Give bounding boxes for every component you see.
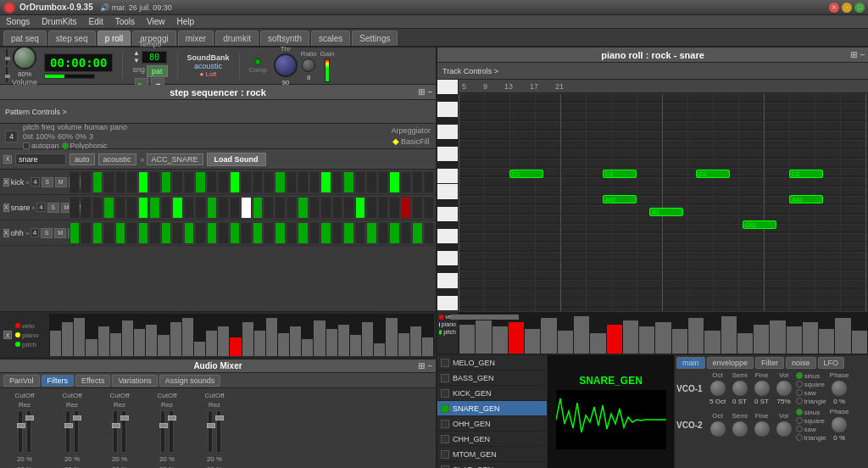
step[interactable] bbox=[184, 197, 194, 219]
key-a3[interactable] bbox=[437, 125, 458, 140]
step[interactable] bbox=[309, 171, 320, 193]
vel-bar[interactable] bbox=[290, 326, 301, 356]
load-sound-button[interactable]: Load Sound bbox=[207, 153, 266, 166]
rez-fader-5[interactable] bbox=[216, 410, 221, 453]
step[interactable] bbox=[218, 222, 228, 244]
step[interactable] bbox=[253, 171, 263, 193]
step[interactable] bbox=[401, 222, 411, 244]
mixer-tab-effects[interactable]: Effects bbox=[75, 375, 110, 387]
step[interactable] bbox=[81, 222, 91, 244]
step[interactable] bbox=[264, 171, 274, 193]
volume-slider[interactable] bbox=[5, 48, 8, 65]
wave-square[interactable]: square bbox=[796, 381, 826, 388]
step[interactable] bbox=[81, 197, 91, 219]
step[interactable] bbox=[412, 197, 422, 219]
mixer-tab-assign[interactable]: Assign sounds bbox=[159, 375, 221, 387]
step[interactable] bbox=[149, 197, 159, 219]
kick-x-btn[interactable]: X bbox=[3, 178, 9, 187]
step[interactable] bbox=[207, 171, 217, 193]
roll-note[interactable]: A#2 bbox=[603, 195, 637, 203]
vel-bar[interactable] bbox=[146, 325, 157, 357]
step[interactable] bbox=[275, 222, 285, 244]
roll-vel-bar[interactable] bbox=[558, 331, 573, 354]
fine-knob[interactable] bbox=[754, 380, 771, 397]
key-gs3[interactable] bbox=[437, 140, 458, 147]
roll-note[interactable]: G#2 bbox=[743, 220, 776, 229]
roll-vel-bar[interactable] bbox=[737, 333, 753, 354]
maximize-button[interactable]: □ bbox=[854, 3, 865, 13]
mixer-tab-filters[interactable]: Filters bbox=[42, 375, 75, 387]
cutoff-fader-2[interactable] bbox=[65, 410, 70, 453]
step[interactable] bbox=[424, 197, 434, 219]
key-c3[interactable] bbox=[437, 229, 458, 244]
tab-mixer[interactable]: mixer bbox=[178, 31, 214, 46]
synth-mtom[interactable]: MTOM_GEN bbox=[437, 447, 547, 462]
snare-x-btn[interactable]: X bbox=[3, 203, 9, 212]
step[interactable] bbox=[195, 222, 205, 244]
vco2-semi-knob[interactable] bbox=[732, 421, 748, 437]
vel-bar[interactable] bbox=[170, 322, 181, 356]
vco2-wave-sinus[interactable]: sinus bbox=[796, 409, 826, 416]
roll-vel-bar[interactable] bbox=[607, 325, 622, 354]
gain-fader[interactable] bbox=[325, 58, 330, 82]
key-a2[interactable] bbox=[437, 273, 458, 288]
step[interactable] bbox=[70, 197, 80, 219]
vel-bar[interactable] bbox=[362, 322, 373, 356]
roll-vel-bar[interactable] bbox=[704, 331, 720, 354]
step[interactable] bbox=[126, 171, 136, 193]
step[interactable] bbox=[218, 197, 228, 219]
step[interactable] bbox=[172, 171, 182, 193]
auto-btn[interactable]: auto bbox=[70, 153, 95, 165]
step[interactable] bbox=[115, 171, 125, 193]
synth-clap[interactable]: CLAP_GEN bbox=[437, 462, 547, 468]
key-b2[interactable] bbox=[437, 244, 458, 251]
step[interactable] bbox=[92, 222, 103, 244]
vel-bar[interactable] bbox=[374, 343, 385, 356]
synth-ohh[interactable]: OHH_GEN bbox=[437, 416, 547, 432]
step[interactable] bbox=[389, 171, 399, 193]
rez-fader-3[interactable] bbox=[121, 410, 126, 453]
synth-tab-noise[interactable]: noise bbox=[786, 357, 816, 369]
step[interactable] bbox=[355, 197, 365, 219]
vel-x-btn[interactable]: X bbox=[3, 331, 12, 339]
roll-vel-bar[interactable] bbox=[639, 326, 654, 354]
vel-bar[interactable] bbox=[230, 337, 241, 357]
cutoff-fader-4[interactable] bbox=[160, 410, 165, 453]
step[interactable] bbox=[172, 197, 182, 219]
step[interactable] bbox=[320, 197, 331, 219]
close-button[interactable]: ✕ bbox=[829, 3, 839, 13]
step[interactable] bbox=[92, 171, 103, 193]
step[interactable] bbox=[401, 171, 411, 193]
step[interactable] bbox=[172, 222, 182, 244]
kick-check[interactable] bbox=[441, 389, 449, 398]
mixer-expand-icon[interactable]: ⊞ bbox=[418, 361, 425, 370]
step[interactable] bbox=[298, 222, 308, 244]
key-c4[interactable] bbox=[437, 80, 458, 95]
vel-bar[interactable] bbox=[422, 337, 433, 357]
ohh-check[interactable] bbox=[441, 420, 449, 428]
vel-bar[interactable] bbox=[326, 329, 337, 357]
step[interactable] bbox=[298, 197, 308, 219]
vol-knob[interactable] bbox=[776, 380, 793, 397]
roll-vel-bar[interactable] bbox=[754, 325, 769, 354]
step[interactable] bbox=[378, 222, 388, 244]
step[interactable] bbox=[309, 222, 320, 244]
autopan-check[interactable]: autopan bbox=[23, 142, 59, 150]
step[interactable] bbox=[103, 222, 114, 244]
arp-value[interactable]: BasicFill bbox=[401, 137, 430, 146]
step[interactable] bbox=[287, 171, 297, 193]
expand-icon[interactable]: ⊞ bbox=[418, 87, 425, 97]
vel-bar[interactable] bbox=[338, 325, 349, 357]
step[interactable] bbox=[218, 171, 228, 193]
mixer-tab-variations[interactable]: Variations bbox=[112, 375, 157, 387]
ratio-knob[interactable] bbox=[302, 58, 315, 72]
wave-sinus[interactable]: sinus bbox=[796, 372, 826, 380]
tab-pat-seq[interactable]: pat seq bbox=[3, 31, 47, 46]
kick-arrow[interactable]: ⬦ bbox=[25, 178, 30, 186]
synth-tab-envelope[interactable]: enveloppe bbox=[707, 357, 754, 369]
roll-vel-bar[interactable] bbox=[590, 333, 605, 354]
vco2-phase-knob[interactable] bbox=[831, 416, 848, 433]
step[interactable] bbox=[355, 171, 365, 193]
step[interactable] bbox=[138, 197, 148, 219]
step[interactable] bbox=[343, 222, 353, 244]
